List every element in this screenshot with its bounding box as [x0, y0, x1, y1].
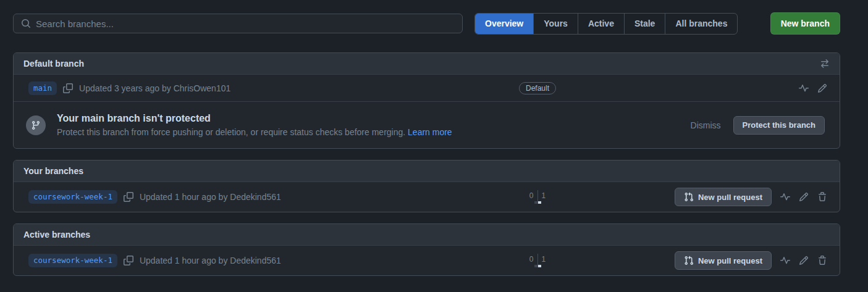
active-branches-header: Active branches — [14, 224, 840, 246]
protect-branch-button[interactable]: Protect this branch — [733, 116, 825, 135]
toolbar: Overview Yours Active Stale All branches… — [13, 12, 840, 35]
new-pull-request-label: New pull request — [698, 256, 762, 265]
copy-branch-name-button[interactable] — [124, 256, 133, 265]
notice-description: Protect this branch from force pushing o… — [57, 127, 680, 137]
pulse-icon — [780, 192, 790, 202]
pulse-icon — [780, 256, 790, 265]
ahead-count: 1 — [538, 191, 546, 200]
git-pull-request-icon — [684, 256, 694, 265]
copy-icon — [63, 83, 73, 93]
new-pull-request-button[interactable]: New pull request — [675, 188, 772, 206]
branch-info: coursework-week-1 Updated 1 hour ago by … — [23, 190, 513, 204]
default-branch-panel: Default branch main Updated 3 years ago … — [13, 52, 840, 149]
new-branch-button[interactable]: New branch — [770, 12, 840, 35]
branch-filter-tabs: Overview Yours Active Stale All branches — [474, 13, 738, 35]
branches-page: Overview Yours Active Stale All branches… — [0, 0, 868, 292]
ahead-behind-numbers: 0 1 — [529, 190, 546, 201]
your-branches-panel: Your branches coursework-week-1 Updated … — [13, 160, 840, 212]
tab-overview[interactable]: Overview — [475, 14, 534, 34]
notice-description-text: Protect this branch from force pushing o… — [57, 127, 405, 137]
pulse-icon — [799, 83, 809, 93]
behind-count: 0 — [529, 191, 537, 200]
panel-title: Your branches — [23, 166, 83, 176]
row-actions — [799, 83, 830, 93]
branch-updated-text: Updated 1 hour ago by Dedekind561 — [140, 256, 281, 265]
trash-icon — [817, 192, 827, 202]
branch-activity-button[interactable] — [780, 192, 790, 202]
behind-count: 0 — [529, 255, 537, 264]
copy-branch-name-button[interactable] — [63, 83, 73, 93]
delete-branch-button[interactable] — [817, 256, 827, 265]
search-box[interactable] — [13, 14, 463, 33]
branch-row: coursework-week-1 Updated 1 hour ago by … — [14, 246, 840, 275]
git-branch-icon — [31, 120, 41, 130]
ahead-behind-bars — [534, 265, 541, 267]
row-actions: New pull request — [675, 188, 830, 206]
notice-text: Your main branch isn't protected Protect… — [57, 113, 680, 137]
notice-title: Your main branch isn't protected — [57, 113, 680, 124]
copy-icon — [124, 256, 133, 265]
rename-branch-button[interactable] — [799, 256, 809, 265]
notice-avatar — [26, 115, 46, 135]
ahead-count: 1 — [538, 255, 546, 264]
pencil-icon — [799, 192, 809, 202]
branch-link[interactable]: coursework-week-1 — [28, 254, 117, 267]
branch-row: coursework-week-1 Updated 1 hour ago by … — [14, 182, 840, 212]
learn-more-link[interactable]: Learn more — [408, 127, 452, 137]
tab-yours[interactable]: Yours — [534, 14, 578, 34]
branch-activity-button[interactable] — [799, 83, 809, 93]
branch-info: main Updated 3 years ago by ChrisOwen101 — [23, 81, 513, 95]
branch-activity-button[interactable] — [780, 256, 790, 265]
default-badge-column: Default — [513, 82, 562, 94]
pencil-icon — [817, 83, 827, 93]
tab-stale[interactable]: Stale — [625, 14, 665, 34]
ahead-behind-numbers: 0 1 — [529, 254, 546, 265]
ahead-behind-bars — [534, 201, 541, 204]
search-icon — [21, 19, 31, 28]
new-pull-request-label: New pull request — [698, 193, 762, 202]
default-branch-header: Default branch — [14, 53, 840, 75]
trash-icon — [817, 256, 827, 265]
branch-protection-notice: Your main branch isn't protected Protect… — [14, 101, 840, 148]
panel-title: Default branch — [23, 59, 84, 69]
ahead-behind-counter: 0 1 — [513, 190, 562, 204]
notice-actions: Dismiss Protect this branch — [691, 116, 827, 135]
branch-updated-text: Updated 3 years ago by ChrisOwen101 — [79, 83, 230, 93]
new-pull-request-button[interactable]: New pull request — [675, 251, 772, 270]
rename-branch-button[interactable] — [817, 83, 827, 93]
ahead-bar — [538, 265, 541, 267]
branch-info: coursework-week-1 Updated 1 hour ago by … — [23, 254, 513, 267]
panel-title: Active branches — [23, 230, 90, 240]
your-branches-header: Your branches — [14, 161, 840, 182]
dismiss-button[interactable]: Dismiss — [691, 120, 721, 130]
tab-active[interactable]: Active — [578, 14, 625, 34]
ahead-behind-counter: 0 1 — [513, 254, 562, 267]
copy-icon — [124, 192, 133, 202]
pencil-icon — [799, 256, 809, 265]
branch-updated-text: Updated 1 hour ago by Dedekind561 — [140, 192, 281, 202]
default-branch-row: main Updated 3 years ago by ChrisOwen101… — [14, 75, 840, 101]
tab-all-branches[interactable]: All branches — [665, 14, 737, 34]
search-input[interactable] — [36, 19, 455, 29]
active-branches-panel: Active branches coursework-week-1 Update… — [13, 223, 840, 276]
branch-link[interactable]: coursework-week-1 — [28, 190, 117, 204]
git-pull-request-icon — [684, 192, 694, 202]
copy-branch-name-button[interactable] — [124, 192, 133, 202]
delete-branch-button[interactable] — [817, 192, 827, 202]
default-badge: Default — [519, 82, 556, 94]
switch-default-branch-button[interactable] — [820, 59, 830, 69]
rename-branch-button[interactable] — [799, 192, 809, 202]
ahead-bar — [538, 201, 541, 204]
row-actions: New pull request — [675, 251, 830, 270]
branch-link[interactable]: main — [28, 81, 57, 95]
arrow-switch-icon — [820, 59, 830, 69]
